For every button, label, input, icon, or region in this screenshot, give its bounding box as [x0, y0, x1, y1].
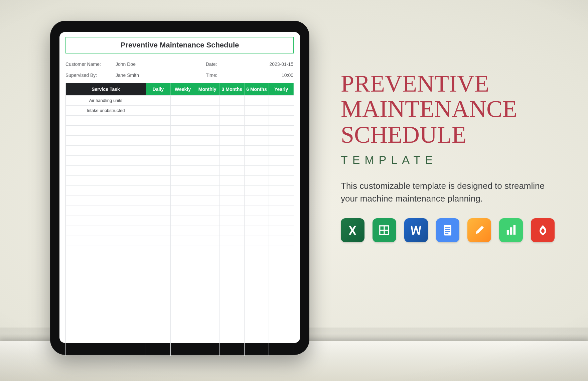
cell-period	[245, 165, 269, 175]
table-row	[66, 336, 294, 346]
cell-period	[245, 256, 269, 266]
google-sheets-icon[interactable]	[373, 218, 396, 242]
cell-period	[220, 256, 245, 266]
excel-icon[interactable]	[341, 218, 364, 242]
date-label: Date:	[206, 59, 229, 69]
cell-period	[220, 95, 245, 105]
cell-task	[66, 115, 146, 125]
cell-period	[171, 135, 195, 145]
col-service-task: Service Task	[66, 83, 146, 95]
promo-title: Preventive Maintenance Schedule	[341, 71, 555, 147]
table-row	[66, 145, 294, 155]
col-daily: Daily	[146, 83, 171, 95]
cell-period	[195, 165, 220, 175]
cell-period	[269, 266, 294, 276]
cell-period	[220, 276, 245, 286]
cell-period	[220, 226, 245, 236]
cell-task	[66, 346, 146, 356]
cell-period	[146, 185, 171, 196]
cell-period	[171, 115, 195, 125]
cell-period	[171, 266, 195, 276]
cell-period	[146, 346, 171, 356]
cell-period	[195, 266, 220, 276]
cell-period	[146, 145, 171, 155]
meta-grid: Customer Name: John Doe Date: 2023-01-15…	[65, 59, 294, 80]
cell-period	[220, 336, 245, 346]
cell-period	[245, 236, 269, 246]
cell-task	[66, 175, 146, 185]
pdf-icon[interactable]	[531, 218, 555, 242]
cell-task	[66, 206, 146, 216]
cell-period	[269, 165, 294, 175]
supervisor-label: Supervised By:	[65, 71, 111, 80]
cell-period	[171, 196, 195, 206]
time-label: Time:	[206, 71, 229, 80]
cell-period	[269, 125, 294, 135]
cell-period	[146, 336, 171, 346]
table-row	[66, 266, 294, 276]
cell-period	[171, 226, 195, 236]
cell-period	[220, 306, 245, 316]
cell-period	[195, 306, 220, 316]
table-row	[66, 306, 294, 316]
cell-period	[269, 95, 294, 105]
cell-period	[269, 105, 294, 115]
cell-period	[195, 206, 220, 216]
cell-period	[171, 125, 195, 135]
cell-period	[269, 316, 294, 326]
cell-task: Air handling units	[66, 95, 146, 105]
cell-period	[245, 95, 269, 105]
cell-period	[220, 115, 245, 125]
cell-task	[66, 196, 146, 206]
cell-period	[220, 105, 245, 115]
cell-task	[66, 226, 146, 236]
cell-period	[195, 95, 220, 105]
cell-period	[195, 336, 220, 346]
cell-period	[220, 296, 245, 306]
google-docs-icon[interactable]	[436, 218, 460, 242]
table-row	[66, 236, 294, 246]
col-monthly: Monthly	[195, 83, 220, 95]
cell-period	[245, 216, 269, 226]
cell-period	[245, 276, 269, 286]
promo-title-line: Schedule	[341, 122, 555, 147]
cell-period	[146, 206, 171, 216]
cell-period	[195, 105, 220, 115]
pages-icon[interactable]	[467, 218, 491, 242]
cell-period	[146, 236, 171, 246]
cell-period	[220, 216, 245, 226]
cell-task	[66, 125, 146, 135]
cell-period	[146, 105, 171, 115]
cell-period	[171, 155, 195, 165]
table-row	[66, 226, 294, 236]
cell-task: Intake unobstructed	[66, 105, 146, 115]
cell-period	[146, 276, 171, 286]
cell-period	[220, 165, 245, 175]
table-row	[66, 155, 294, 165]
cell-task	[66, 276, 146, 286]
cell-period	[146, 316, 171, 326]
cell-period	[195, 196, 220, 206]
cell-period	[269, 226, 294, 236]
svg-rect-5	[445, 229, 450, 230]
cell-period	[269, 206, 294, 216]
table-row	[66, 175, 294, 185]
cell-period	[171, 286, 195, 296]
numbers-icon[interactable]	[499, 218, 523, 242]
cell-task	[66, 296, 146, 306]
cell-period	[146, 326, 171, 336]
table-row: Intake unobstructed	[66, 105, 294, 115]
cell-period	[245, 196, 269, 206]
table-row	[66, 196, 294, 206]
promo-title-line: Preventive	[341, 71, 555, 96]
cell-period	[195, 246, 220, 256]
svg-rect-8	[507, 230, 509, 235]
cell-period	[245, 266, 269, 276]
cell-period	[195, 155, 220, 165]
supervisor-value: Jane Smith	[115, 71, 202, 80]
word-icon[interactable]	[404, 218, 428, 242]
cell-period	[269, 326, 294, 336]
cell-period	[245, 246, 269, 256]
table-row	[66, 326, 294, 336]
cell-period	[245, 326, 269, 336]
